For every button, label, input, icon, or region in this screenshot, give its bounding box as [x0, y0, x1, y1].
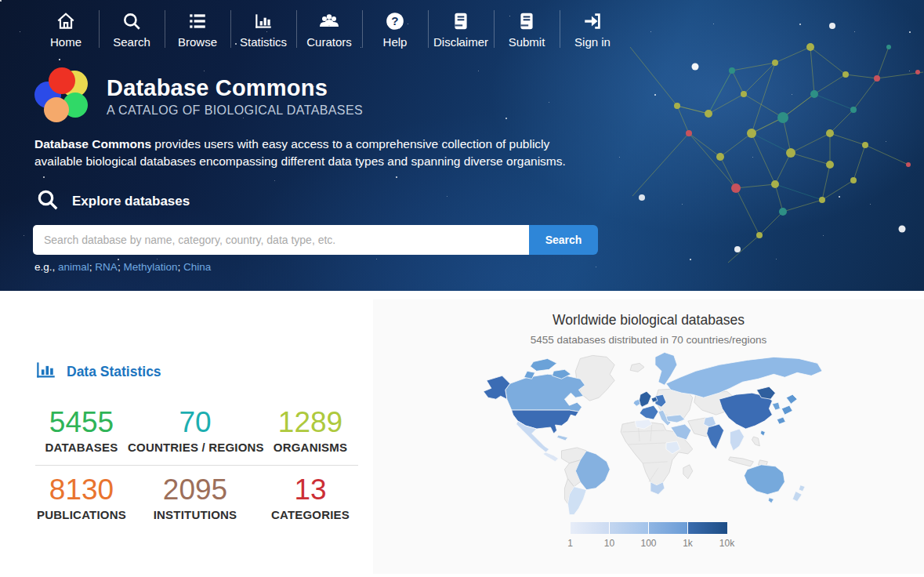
svg-text:?: ? [391, 14, 398, 27]
stat-label: INSTITUTIONS [128, 508, 263, 521]
question-circle-icon: ? [385, 11, 405, 31]
intro-text: Database Commons provides users with eas… [34, 136, 592, 171]
search-input[interactable] [33, 225, 529, 255]
region-madagascar [683, 465, 692, 479]
map-title: Worldwide biological databases [373, 299, 924, 328]
stat-label: CATEGORIES [263, 508, 358, 521]
region-iceland [630, 363, 644, 372]
nav-label: Home [50, 35, 82, 49]
search-button[interactable]: Search [529, 225, 598, 255]
separator: ; [177, 261, 180, 273]
legend-tick: 10k [719, 538, 734, 549]
nav-item-help[interactable]: ? Help [362, 8, 428, 55]
region-uk [639, 391, 651, 407]
stat-organisms: 1289 ORGANISMS [263, 408, 358, 454]
stats-heading: Data Statistics [67, 364, 161, 380]
nav-label: Disclaimer [433, 35, 488, 49]
nav-label: Statistics [240, 35, 287, 49]
region-ireland [633, 399, 640, 406]
stat-categories: 13 CATEGORIES [263, 475, 358, 521]
region-new-zealand [792, 485, 805, 502]
region-russia [665, 357, 821, 397]
people-icon [318, 11, 340, 31]
statistics-icon [35, 360, 56, 384]
stat-label: ORGANISMS [263, 441, 358, 454]
stat-publications: 8130 PUBLICATIONS [35, 475, 128, 521]
region-france [640, 405, 658, 419]
nav-item-disclaimer[interactable]: Disclaimer [428, 8, 494, 55]
region-taiwan [760, 430, 765, 436]
stat-value: 70 [128, 408, 263, 438]
region-usa [511, 410, 578, 434]
stat-label: DATABASES [35, 441, 128, 454]
nav-label: Browse [178, 35, 217, 49]
brand-header: Database Commons A CATALOG OF BIOLOGICAL… [34, 67, 924, 125]
nav-item-sign-in[interactable]: Sign in [560, 8, 625, 55]
nav-item-curators[interactable]: Curators [296, 8, 362, 55]
site-tagline: A CATALOG OF BIOLOGICAL DATABASES [107, 103, 363, 118]
example-link-animal[interactable]: animal [58, 261, 89, 273]
legend-tick: 1 [567, 538, 573, 549]
nav-item-home[interactable]: Home [33, 8, 99, 55]
top-navigation: Home Search Browse Statistics Curators ?… [33, 0, 924, 55]
region-southeast-asia [730, 429, 744, 451]
separator: ; [118, 261, 121, 273]
region-japan [777, 394, 797, 424]
stat-value: 13 [263, 475, 358, 506]
nav-label: Sign in [574, 35, 611, 49]
stat-label: COUNTRIES / REGIONS [128, 441, 263, 454]
nav-label: Curators [306, 35, 352, 49]
explore-heading-row: Explore databases [36, 188, 924, 215]
magnifier-icon [36, 188, 60, 215]
stat-countries: 70 COUNTRIES / REGIONS [128, 408, 263, 454]
search-icon [121, 11, 142, 31]
region-cuba [556, 435, 567, 441]
stat-value: 2095 [128, 475, 263, 506]
data-statistics-section: Data Statistics 5455 DATABASES 70 COUNTR… [0, 291, 373, 574]
nav-label: Help [383, 35, 408, 49]
example-link-china[interactable]: China [183, 261, 211, 273]
nav-label: Search [113, 35, 150, 49]
example-link-methylation[interactable]: Methylation [123, 261, 177, 273]
legend-tick: 100 [640, 538, 656, 549]
sign-in-icon [582, 11, 603, 31]
nav-label: Submit [509, 35, 545, 49]
region-south-korea [772, 402, 780, 410]
nav-item-search[interactable]: Search [99, 8, 165, 55]
separator: ; [89, 261, 92, 273]
nav-item-statistics[interactable]: Statistics [230, 8, 296, 55]
legend-tick: 10 [604, 538, 614, 549]
stat-value: 1289 [263, 408, 358, 438]
stat-databases: 5455 DATABASES [35, 408, 128, 454]
examples-prefix: e.g., [34, 261, 55, 273]
region-alaska [483, 376, 509, 399]
database-commons-logo [34, 67, 91, 125]
world-choropleth-map[interactable] [462, 349, 836, 517]
journal-icon [516, 11, 537, 31]
legend-tick: 1k [683, 538, 693, 549]
region-australia [744, 465, 784, 503]
intro-bold: Database Commons [34, 137, 151, 151]
region-india [706, 424, 723, 449]
nav-item-browse[interactable]: Browse [165, 8, 230, 55]
example-link-rna[interactable]: RNA [95, 261, 118, 273]
journal-icon [451, 11, 471, 31]
search-bar: Search [33, 225, 598, 255]
nav-item-submit[interactable]: Submit [494, 8, 560, 55]
region-central-america [542, 452, 558, 462]
region-canada [505, 374, 585, 412]
region-philippines [752, 437, 759, 446]
map-color-legend [571, 522, 727, 534]
stats-grid: 5455 DATABASES 70 COUNTRIES / REGIONS 12… [35, 408, 358, 521]
site-title: Database Commons [107, 75, 363, 101]
legend-tick-labels: 1 10 100 1k 10k [571, 538, 727, 550]
home-icon [56, 11, 76, 31]
hero-banner: Home Search Browse Statistics Curators ?… [0, 0, 924, 291]
main-content: Data Statistics 5455 DATABASES 70 COUNTR… [0, 291, 924, 574]
list-icon [187, 11, 208, 31]
bar-chart-icon [253, 11, 274, 31]
stat-label: PUBLICATIONS [35, 508, 128, 521]
explore-heading: Explore databases [72, 194, 190, 209]
example-queries: e.g., animal; RNA; Methylation; China [34, 261, 924, 273]
stat-value: 5455 [35, 408, 128, 438]
